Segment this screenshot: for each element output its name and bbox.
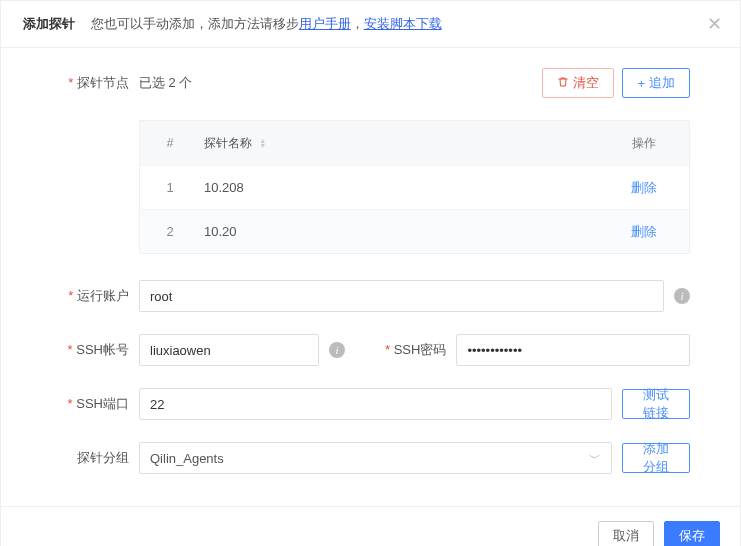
- ssh-user-label: SSH帐号: [51, 341, 129, 359]
- install-script-link[interactable]: 安装脚本下载: [364, 16, 442, 31]
- col-name-label: 探针名称: [204, 136, 252, 150]
- dialog-header: 添加探针 您也可以手动添加，添加方法请移步用户手册，安装脚本下载 ✕: [1, 1, 740, 48]
- ssh-credentials-row: SSH帐号 i SSH密码: [51, 334, 690, 366]
- col-op: 操作: [599, 135, 689, 152]
- info-icon[interactable]: i: [329, 342, 345, 358]
- row-name: 10.20: [200, 224, 599, 239]
- sort-icon[interactable]: ▲▼: [259, 138, 266, 148]
- plus-icon: +: [637, 76, 645, 91]
- close-icon[interactable]: ✕: [707, 13, 722, 35]
- selected-count: 已选 2 个: [139, 74, 192, 92]
- probe-node-row: 探针节点 已选 2 个 清空 + 追加: [51, 68, 690, 98]
- test-connection-button[interactable]: 测试链接: [622, 389, 690, 419]
- ssh-port-input[interactable]: [139, 388, 612, 420]
- table-row: 2 10.20 删除: [140, 209, 689, 253]
- trash-icon: [557, 76, 569, 91]
- info-icon[interactable]: i: [674, 288, 690, 304]
- delete-link[interactable]: 删除: [631, 180, 657, 195]
- ssh-pwd-label: SSH密码: [385, 341, 446, 359]
- delete-link[interactable]: 删除: [631, 224, 657, 239]
- dialog-body: 探针节点 已选 2 个 清空 + 追加: [1, 48, 740, 506]
- append-button-label: 追加: [649, 74, 675, 92]
- cancel-button[interactable]: 取消: [598, 521, 654, 546]
- row-index: 2: [140, 224, 200, 239]
- clear-button[interactable]: 清空: [542, 68, 614, 98]
- table-row: 1 10.208 删除: [140, 165, 689, 209]
- dialog-footer: 取消 保存: [1, 506, 740, 546]
- run-account-label: 运行账户: [51, 287, 129, 305]
- save-button[interactable]: 保存: [664, 521, 720, 546]
- run-account-input[interactable]: [139, 280, 664, 312]
- table-header: # 探针名称 ▲▼ 操作: [140, 121, 689, 165]
- probe-node-label: 探针节点: [51, 74, 129, 92]
- dialog-title: 添加探针: [23, 16, 75, 31]
- ssh-port-row: SSH端口 测试链接: [51, 388, 690, 420]
- col-index: #: [140, 136, 200, 150]
- user-manual-link[interactable]: 用户手册: [299, 16, 351, 31]
- add-group-button[interactable]: 添加分组: [622, 443, 690, 473]
- ssh-user-input[interactable]: [139, 334, 319, 366]
- row-name: 10.208: [200, 180, 599, 195]
- add-probe-dialog: 添加探针 您也可以手动添加，添加方法请移步用户手册，安装脚本下载 ✕ 探针节点 …: [0, 0, 741, 546]
- ssh-pwd-input[interactable]: [456, 334, 690, 366]
- clear-button-label: 清空: [573, 74, 599, 92]
- header-sep: ，: [351, 16, 364, 31]
- group-select[interactable]: Qilin_Agents ﹀: [139, 442, 612, 474]
- header-hint: 您也可以手动添加，添加方法请移步: [91, 16, 299, 31]
- group-row: 探针分组 Qilin_Agents ﹀ 添加分组: [51, 442, 690, 474]
- row-index: 1: [140, 180, 200, 195]
- col-name[interactable]: 探针名称 ▲▼: [200, 135, 599, 152]
- group-label: 探针分组: [51, 449, 129, 467]
- run-account-row: 运行账户 i: [51, 280, 690, 312]
- probe-table: # 探针名称 ▲▼ 操作 1 10.208 删除 2 10.20 删除: [139, 120, 690, 254]
- group-select-value: Qilin_Agents: [150, 451, 224, 466]
- append-button[interactable]: + 追加: [622, 68, 690, 98]
- ssh-port-label: SSH端口: [51, 395, 129, 413]
- chevron-down-icon: ﹀: [589, 450, 601, 467]
